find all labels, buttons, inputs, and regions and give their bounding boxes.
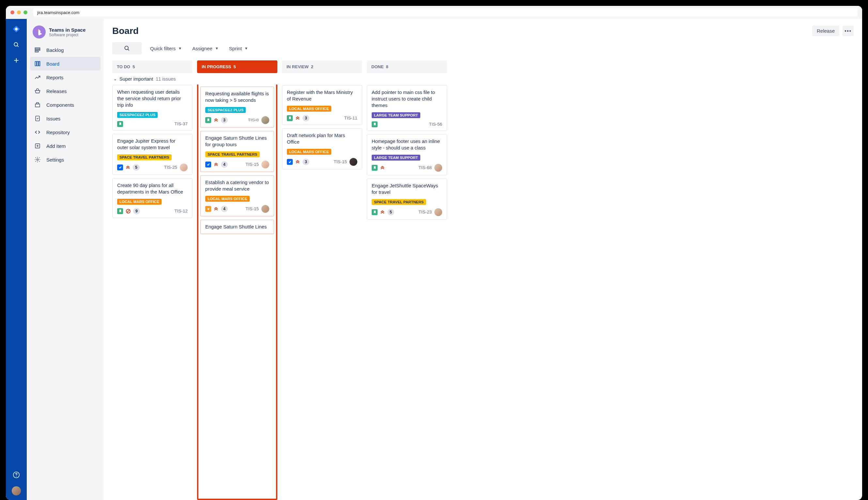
assignee-avatar[interactable] — [261, 205, 269, 213]
minimize-window-button[interactable] — [17, 10, 21, 14]
sidebar-item-settings[interactable]: Settings — [30, 153, 101, 167]
issue-type-icon — [205, 161, 211, 168]
card-title: Establish a catering vendor to provide m… — [205, 180, 269, 193]
issue-card[interactable]: Register with the Mars Ministry of Reven… — [282, 85, 362, 125]
card-title: Create 90 day plans for all departments … — [117, 182, 187, 195]
issue-card[interactable]: Engage JetShuttle SpaceWays for travelSP… — [367, 179, 447, 220]
svg-rect-13 — [35, 104, 39, 107]
issue-key: TIS-25 — [164, 165, 177, 170]
sidebar-item-components[interactable]: Components — [30, 98, 101, 112]
svg-line-1 — [17, 46, 19, 47]
priority-highest-icon — [295, 115, 300, 121]
card-label: LOCAL MARS OFFICE — [117, 199, 161, 205]
sidebar-item-reports[interactable]: Reports — [30, 70, 101, 84]
card-list: Requesting available flights is now taki… — [197, 84, 277, 265]
issue-type-icon — [372, 122, 378, 127]
sidebar-item-releases[interactable]: Releases — [30, 84, 101, 98]
issue-type-icon — [372, 165, 378, 171]
sprint-filter-dropdown[interactable]: Sprint▼ — [227, 42, 250, 55]
priority-highest-icon — [125, 165, 130, 170]
issue-key: TIS-15 — [245, 206, 259, 211]
svg-point-20 — [125, 46, 128, 49]
project-header[interactable]: Teams in Space Software project — [30, 23, 101, 43]
components-icon — [34, 101, 41, 109]
backlog-icon — [34, 46, 41, 54]
issue-card[interactable]: Engage Jupiter Express for outer solar s… — [112, 134, 193, 175]
assignee-filter-dropdown[interactable]: Assignee▼ — [190, 42, 220, 55]
sidebar-item-label: Backlog — [46, 47, 64, 53]
column-header[interactable]: IN PROGRESS 5 — [197, 60, 277, 73]
svg-point-6 — [37, 30, 38, 31]
assignee-avatar[interactable] — [180, 163, 187, 171]
svg-line-21 — [128, 49, 129, 50]
story-points-badge: 5 — [133, 164, 140, 171]
column-header[interactable]: TO DO 5 — [112, 60, 193, 73]
assignee-avatar[interactable] — [350, 158, 357, 166]
page-title: Board — [112, 26, 139, 36]
issue-card[interactable]: Add pointer to main css file to instruct… — [367, 85, 447, 131]
svg-rect-8 — [35, 49, 40, 50]
issue-card[interactable]: Draft network plan for Mars OfficeLOCAL … — [282, 128, 362, 169]
svg-rect-9 — [35, 51, 38, 52]
search-icon — [124, 45, 130, 52]
assignee-avatar[interactable] — [434, 164, 442, 172]
story-points-badge: 3 — [302, 115, 309, 122]
issue-card[interactable]: When requesting user details the service… — [112, 85, 193, 130]
column-header[interactable]: IN REVIEW 2 — [282, 60, 362, 73]
quick-filters-dropdown[interactable]: Quick filters▼ — [148, 42, 184, 55]
window-controls — [10, 10, 27, 14]
assignee-avatar[interactable] — [261, 161, 269, 168]
sidebar-item-additem[interactable]: Add item — [30, 139, 101, 153]
url-text: jira.teamsinspace.com — [37, 10, 79, 15]
maximize-window-button[interactable] — [23, 10, 27, 14]
additem-icon — [34, 142, 41, 149]
issue-key: TIS-15 — [245, 162, 259, 167]
issue-card[interactable]: Engage Saturn Shuttle Lines for group to… — [201, 131, 274, 172]
create-icon[interactable] — [12, 56, 21, 65]
search-icon[interactable] — [12, 41, 21, 49]
issue-type-icon — [117, 164, 123, 170]
column-done: DONE 8Add pointer to main css file to in… — [367, 60, 447, 265]
sidebar-item-label: Issues — [46, 116, 60, 122]
issue-type-icon — [205, 206, 211, 212]
sidebar-item-label: Repository — [46, 129, 70, 135]
close-window-button[interactable] — [10, 10, 14, 14]
issue-type-icon — [287, 159, 293, 165]
card-title: Add pointer to main css file to instruct… — [372, 89, 442, 109]
swimlane-header[interactable]: ⌄ Super important 11 issues — [112, 73, 193, 85]
project-name: Teams in Space — [49, 27, 85, 33]
sidebar-item-label: Reports — [46, 75, 64, 80]
issue-type-icon — [117, 208, 123, 214]
board-icon — [34, 60, 41, 67]
story-points-badge: 5 — [387, 209, 394, 215]
sidebar-item-repository[interactable]: Repository — [30, 125, 101, 139]
issue-card[interactable]: Requesting available flights is now taki… — [201, 87, 274, 128]
issue-card[interactable]: Establish a catering vendor to provide m… — [201, 175, 274, 216]
issue-card[interactable]: Engage Saturn Shuttle Lines — [201, 220, 274, 234]
assignee-avatar[interactable] — [261, 116, 269, 124]
svg-point-19 — [37, 159, 38, 161]
issue-card[interactable]: Homepage footer uses an inline style - s… — [367, 134, 447, 175]
column-header[interactable]: DONE 8 — [367, 60, 447, 73]
address-bar[interactable]: jira.teamsinspace.com — [33, 8, 475, 16]
issue-card[interactable]: Create 90 day plans for all departments … — [112, 178, 193, 218]
card-title: Register with the Mars Ministry of Reven… — [287, 89, 357, 102]
card-label: LOCAL MARS OFFICE — [205, 196, 250, 202]
sidebar-item-backlog[interactable]: Backlog — [30, 43, 101, 57]
sidebar-item-label: Components — [46, 102, 74, 108]
svg-line-23 — [127, 210, 129, 213]
chevron-down-icon: ▼ — [215, 46, 219, 50]
global-nav-rail — [6, 19, 27, 265]
assignee-avatar[interactable] — [434, 208, 442, 216]
card-label: SPACE TRAVEL PARTNERS — [117, 155, 172, 160]
project-logo-icon — [33, 25, 46, 38]
project-type: Software project — [49, 33, 85, 37]
card-title: Engage Jupiter Express for outer solar s… — [117, 138, 187, 151]
issue-key: TIS-56 — [429, 122, 442, 127]
issue-key: TIS-23 — [418, 209, 432, 214]
jira-logo-icon[interactable] — [12, 25, 21, 33]
sidebar-item-issues[interactable]: Issues — [30, 112, 101, 125]
chevron-down-icon: ▼ — [244, 46, 248, 50]
board-search-input[interactable] — [112, 42, 141, 55]
sidebar-item-board[interactable]: Board — [30, 57, 101, 70]
